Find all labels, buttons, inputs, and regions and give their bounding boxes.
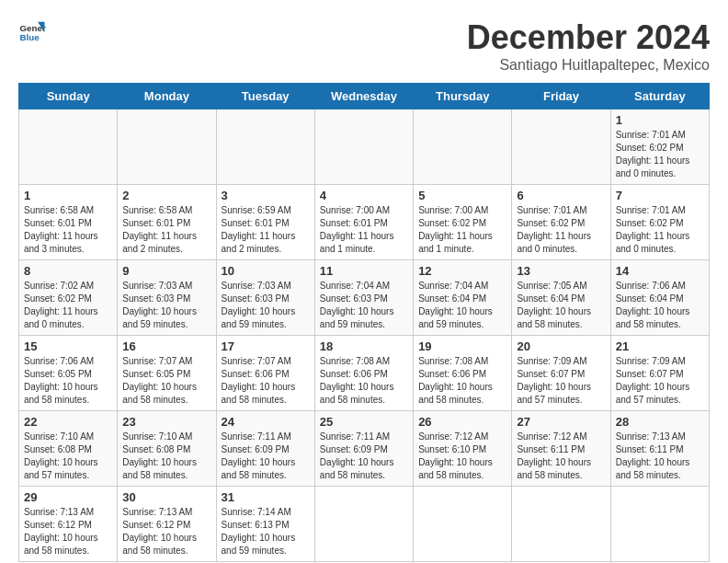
calendar-table: SundayMondayTuesdayWednesdayThursdayFrid… (18, 83, 710, 562)
calendar-cell: 16Sunrise: 7:07 AMSunset: 6:05 PMDayligh… (118, 336, 216, 411)
day-number: 1 (616, 113, 704, 127)
day-number: 12 (418, 264, 506, 278)
header: General Blue December 2024 Santiago Huit… (18, 18, 710, 74)
day-info: Sunrise: 6:59 AMSunset: 6:01 PMDaylight:… (222, 205, 296, 254)
calendar-cell: 7Sunrise: 7:01 AMSunset: 6:02 PMDaylight… (610, 185, 709, 260)
calendar-cell: 27Sunrise: 7:12 AMSunset: 6:11 PMDayligh… (512, 411, 610, 487)
svg-text:Blue: Blue (20, 32, 40, 42)
calendar-cell: 19Sunrise: 7:08 AMSunset: 6:06 PMDayligh… (414, 336, 512, 411)
day-info: Sunrise: 6:58 AMSunset: 6:01 PMDaylight:… (122, 205, 197, 254)
day-info: Sunrise: 7:04 AMSunset: 6:03 PMDaylight:… (320, 281, 394, 329)
day-number: 19 (418, 339, 506, 353)
day-info: Sunrise: 7:10 AMSunset: 6:08 PMDaylight:… (122, 431, 197, 480)
day-number: 21 (616, 339, 704, 353)
col-header-friday: Friday (512, 84, 610, 109)
day-info: Sunrise: 7:09 AMSunset: 6:07 PMDaylight:… (616, 356, 690, 405)
week-row-6: 29Sunrise: 7:13 AMSunset: 6:12 PMDayligh… (19, 487, 710, 562)
calendar-cell: 23Sunrise: 7:10 AMSunset: 6:08 PMDayligh… (118, 411, 216, 487)
day-number: 3 (222, 189, 310, 202)
calendar-cell: 25Sunrise: 7:11 AMSunset: 6:09 PMDayligh… (314, 411, 413, 487)
day-info: Sunrise: 7:02 AMSunset: 6:02 PMDaylight:… (24, 281, 98, 329)
day-number: 16 (122, 339, 210, 353)
calendar-cell: 14Sunrise: 7:06 AMSunset: 6:04 PMDayligh… (610, 260, 709, 336)
calendar-cell (512, 109, 610, 185)
day-number: 18 (320, 339, 408, 353)
day-number: 14 (616, 264, 704, 278)
day-number: 5 (418, 189, 506, 202)
day-number: 15 (24, 339, 112, 353)
day-info: Sunrise: 7:06 AMSunset: 6:05 PMDaylight:… (24, 356, 98, 405)
day-number: 13 (517, 264, 605, 278)
day-number: 6 (517, 189, 605, 202)
calendar-cell (414, 109, 512, 185)
calendar-cell: 31Sunrise: 7:14 AMSunset: 6:13 PMDayligh… (216, 487, 314, 562)
day-info: Sunrise: 7:07 AMSunset: 6:05 PMDaylight:… (122, 356, 197, 405)
day-info: Sunrise: 7:13 AMSunset: 6:12 PMDaylight:… (122, 507, 197, 556)
calendar-cell: 1Sunrise: 7:01 AMSunset: 6:02 PMDaylight… (610, 109, 709, 185)
logo: General Blue (18, 18, 46, 46)
day-info: Sunrise: 7:12 AMSunset: 6:10 PMDaylight:… (418, 431, 493, 480)
calendar-cell: 5Sunrise: 7:00 AMSunset: 6:02 PMDaylight… (414, 185, 512, 260)
day-info: Sunrise: 7:01 AMSunset: 6:02 PMDaylight:… (517, 205, 591, 254)
day-number: 25 (320, 415, 408, 429)
day-info: Sunrise: 7:11 AMSunset: 6:09 PMDaylight:… (320, 431, 394, 480)
calendar-cell: 30Sunrise: 7:13 AMSunset: 6:12 PMDayligh… (118, 487, 216, 562)
day-info: Sunrise: 6:58 AMSunset: 6:01 PMDaylight:… (24, 205, 98, 254)
calendar-cell: 12Sunrise: 7:04 AMSunset: 6:04 PMDayligh… (414, 260, 512, 336)
calendar-cell: 21Sunrise: 7:09 AMSunset: 6:07 PMDayligh… (610, 336, 709, 411)
day-info: Sunrise: 7:13 AMSunset: 6:12 PMDaylight:… (24, 507, 98, 556)
col-header-thursday: Thursday (414, 84, 512, 109)
day-info: Sunrise: 7:03 AMSunset: 6:03 PMDaylight:… (122, 281, 197, 329)
day-number: 9 (122, 264, 210, 278)
calendar-cell: 9Sunrise: 7:03 AMSunset: 6:03 PMDaylight… (118, 260, 216, 336)
day-number: 4 (320, 189, 408, 202)
day-info: Sunrise: 7:03 AMSunset: 6:03 PMDaylight:… (222, 281, 296, 329)
day-info: Sunrise: 7:00 AMSunset: 6:02 PMDaylight:… (418, 205, 493, 254)
calendar-cell: 26Sunrise: 7:12 AMSunset: 6:10 PMDayligh… (414, 411, 512, 487)
calendar-cell: 17Sunrise: 7:07 AMSunset: 6:06 PMDayligh… (216, 336, 314, 411)
calendar-cell (414, 487, 512, 562)
day-number: 22 (24, 415, 112, 429)
col-header-sunday: Sunday (19, 84, 118, 109)
week-row-3: 8Sunrise: 7:02 AMSunset: 6:02 PMDaylight… (19, 260, 710, 336)
day-info: Sunrise: 7:11 AMSunset: 6:09 PMDaylight:… (222, 431, 296, 480)
day-info: Sunrise: 7:09 AMSunset: 6:07 PMDaylight:… (517, 356, 591, 405)
calendar-cell: 18Sunrise: 7:08 AMSunset: 6:06 PMDayligh… (314, 336, 413, 411)
col-header-wednesday: Wednesday (314, 84, 413, 109)
calendar-cell: 20Sunrise: 7:09 AMSunset: 6:07 PMDayligh… (512, 336, 610, 411)
day-info: Sunrise: 7:12 AMSunset: 6:11 PMDaylight:… (517, 431, 591, 480)
day-number: 10 (222, 264, 310, 278)
calendar-header-row: SundayMondayTuesdayWednesdayThursdayFrid… (19, 84, 710, 109)
day-info: Sunrise: 7:08 AMSunset: 6:06 PMDaylight:… (320, 356, 394, 405)
day-number: 24 (222, 415, 310, 429)
calendar-cell: 15Sunrise: 7:06 AMSunset: 6:05 PMDayligh… (19, 336, 118, 411)
col-header-saturday: Saturday (610, 84, 709, 109)
day-number: 28 (616, 415, 704, 429)
day-info: Sunrise: 7:08 AMSunset: 6:06 PMDaylight:… (418, 356, 493, 405)
day-number: 17 (222, 339, 310, 353)
calendar-cell (19, 109, 118, 185)
calendar-cell (118, 109, 216, 185)
day-info: Sunrise: 7:01 AMSunset: 6:02 PMDaylight:… (616, 205, 690, 254)
calendar-cell: 8Sunrise: 7:02 AMSunset: 6:02 PMDaylight… (19, 260, 118, 336)
week-row-1: 1Sunrise: 7:01 AMSunset: 6:02 PMDaylight… (19, 109, 710, 185)
day-number: 11 (320, 264, 408, 278)
calendar-cell (512, 487, 610, 562)
day-info: Sunrise: 7:13 AMSunset: 6:11 PMDaylight:… (616, 431, 690, 480)
day-info: Sunrise: 7:06 AMSunset: 6:04 PMDaylight:… (616, 281, 690, 329)
week-row-4: 15Sunrise: 7:06 AMSunset: 6:05 PMDayligh… (19, 336, 710, 411)
calendar-cell: 3Sunrise: 6:59 AMSunset: 6:01 PMDaylight… (216, 185, 314, 260)
day-info: Sunrise: 7:05 AMSunset: 6:04 PMDaylight:… (517, 281, 591, 329)
calendar-cell (216, 109, 314, 185)
calendar-cell: 2Sunrise: 6:58 AMSunset: 6:01 PMDaylight… (118, 185, 216, 260)
day-info: Sunrise: 7:07 AMSunset: 6:06 PMDaylight:… (222, 356, 296, 405)
day-number: 31 (222, 490, 310, 504)
day-number: 30 (122, 490, 210, 504)
day-number: 8 (24, 264, 112, 278)
day-number: 26 (418, 415, 506, 429)
calendar-cell: 1Sunrise: 6:58 AMSunset: 6:01 PMDaylight… (19, 185, 118, 260)
calendar-cell: 29Sunrise: 7:13 AMSunset: 6:12 PMDayligh… (19, 487, 118, 562)
day-number: 29 (24, 490, 112, 504)
day-number: 1 (24, 189, 112, 202)
day-info: Sunrise: 7:01 AMSunset: 6:02 PMDaylight:… (616, 130, 690, 178)
